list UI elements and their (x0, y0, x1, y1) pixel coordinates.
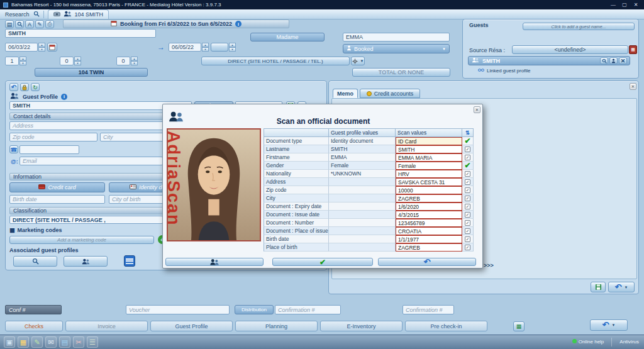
scan-value-cell[interactable]: HRV (396, 170, 462, 178)
scan-value-cell[interactable]: 1/1/1977 (396, 235, 462, 243)
cancel-button[interactable]: ↶ (378, 258, 476, 266)
scan-value-cell[interactable]: ID Card (396, 137, 462, 145)
scan-value-cell[interactable]: 123456789 (396, 219, 462, 227)
scan-value-cell[interactable]: Female (396, 162, 462, 170)
nav-tab-guest-profile[interactable]: Guest Profile (150, 321, 233, 331)
tab-memo[interactable]: Memo (333, 89, 358, 98)
adults-field[interactable]: 1 (5, 57, 19, 65)
panel-close-icon[interactable]: ✕ (630, 83, 636, 90)
back-button[interactable]: ↶ (9, 83, 18, 91)
notes-icon[interactable]: ✎ (31, 336, 43, 348)
confirmation-field[interactable]: Confirmation # (275, 305, 341, 314)
scan-value-cell[interactable]: ZAGREB (396, 194, 462, 202)
accept-button[interactable]: ✔ (272, 258, 373, 266)
minimize-button[interactable]: — (608, 1, 619, 8)
firstname-field[interactable]: EMMA (343, 33, 450, 42)
arrival-date-stepper[interactable]: ▲▼ (38, 43, 45, 52)
scan-accept-toggle[interactable]: ✓ (462, 186, 474, 194)
nav-tab-checks[interactable]: Checks (5, 321, 63, 331)
rate-options-button[interactable]: ▼ (351, 57, 365, 65)
window-icon[interactable]: ▣ (4, 336, 15, 348)
birth-date-field[interactable]: Birth date (9, 195, 105, 204)
menu-icon[interactable]: ☰ (87, 336, 98, 348)
room-tab[interactable]: 104 SMITH (48, 9, 109, 19)
associated-people-button[interactable] (64, 256, 108, 267)
refresh-button[interactable]: ↻ (31, 83, 40, 91)
info-icon[interactable]: i (235, 21, 242, 27)
total-button[interactable]: TOTAL OR NONE (352, 68, 450, 77)
scan-accept-toggle[interactable]: ✓ (462, 194, 474, 202)
scan-value-cell[interactable]: 10000 (396, 186, 462, 194)
scan-value-cell[interactable]: SMITH (396, 145, 462, 153)
info-icon[interactable]: i (61, 94, 67, 100)
guest-search-button[interactable] (600, 57, 608, 64)
status-dropdown[interactable]: Booked ▼ (343, 44, 450, 53)
tab-credit-accounts[interactable]: Credit accounts (360, 89, 420, 98)
children-field[interactable]: 0 (60, 57, 74, 65)
nav-tab-invoice[interactable]: Invoice (65, 321, 148, 331)
sync-all-button[interactable]: ⇅ (462, 128, 474, 137)
scan-value-cell[interactable]: CROATIA (396, 227, 462, 235)
arrival-time-field[interactable] (211, 43, 228, 52)
nav-tab-pre-check-in[interactable]: Pre check-in (405, 321, 487, 331)
calendar-icon[interactable]: ▦ (18, 336, 29, 348)
babies-field[interactable]: 0 (116, 57, 130, 65)
scan-accept-toggle[interactable]: ✔ (462, 137, 474, 145)
memo-undo-button[interactable]: ↶▼ (608, 282, 635, 292)
nav-tab-planning[interactable]: Planning (235, 321, 318, 331)
maximize-button[interactable]: ▢ (619, 1, 630, 8)
close-button[interactable]: ✕ (630, 1, 641, 8)
source-resa-dropdown[interactable]: <undefined> (512, 45, 628, 54)
search-booking-button[interactable] (15, 20, 24, 28)
online-help-item[interactable]: Online help (572, 339, 604, 345)
rescan-button[interactable] (165, 258, 264, 266)
quick-action-button[interactable]: ▦ (513, 321, 525, 331)
scan-accept-toggle[interactable]: ✓ (462, 145, 474, 153)
letter-button[interactable]: A (25, 20, 34, 28)
scan-value-cell[interactable]: 4/3/2015 (396, 211, 462, 219)
time-stepper[interactable]: ▲▼ (229, 43, 236, 52)
classification-value[interactable]: DIRECT (SITE HOTEL / PASSAGE , (9, 216, 163, 224)
scan-accept-toggle[interactable]: ✓ (462, 227, 474, 235)
scan-value-cell[interactable]: ZAGREB (396, 243, 462, 252)
civility-button[interactable]: Madame (250, 33, 325, 42)
room-button[interactable]: 104 TWIN (35, 68, 148, 77)
departure-date-field[interactable]: 06/05/22 (169, 43, 201, 52)
phone-icon[interactable]: ☎ (9, 145, 18, 153)
email-field[interactable]: Email (19, 157, 163, 165)
voucher-field[interactable]: Voucher (126, 305, 230, 314)
associated-search-button[interactable] (13, 256, 57, 267)
footer-undo-button[interactable]: ↶▼ (590, 319, 628, 331)
scan-accept-toggle[interactable]: ✓ (462, 178, 474, 186)
edit-button[interactable]: ✎ (35, 20, 44, 28)
antivirus-item[interactable]: Antivirus (619, 339, 639, 345)
scan-value-cell[interactable]: SAVSKA CESTA 31 (396, 178, 462, 186)
stats-icon[interactable]: ▤ (59, 336, 70, 348)
children-stepper[interactable]: ▲▼ (74, 57, 81, 65)
dialog-close-icon[interactable]: ✕ (474, 106, 480, 113)
guest-row[interactable]: SMITH ✕ (468, 56, 630, 65)
distribution-button[interactable]: Distribution (235, 305, 274, 314)
source-resa-action-button[interactable]: ▦ (629, 45, 637, 54)
scan-accept-toggle[interactable]: ✓ (462, 153, 474, 162)
calculator-button[interactable]: ▤ (5, 20, 14, 28)
cut-icon[interactable]: ✂ (73, 336, 84, 348)
arrival-date-field[interactable]: 06/03/22 (5, 43, 38, 52)
scan-accept-toggle[interactable]: ✓ (462, 219, 474, 227)
scan-value-cell[interactable]: EMMA MARIA (396, 153, 462, 162)
zip-field[interactable]: Zip code (9, 133, 97, 141)
booking-lastname-field[interactable]: SMITH (5, 29, 156, 38)
nav-tab-e-inventory[interactable]: E-Inventory (320, 321, 402, 331)
arrival-calendar-button[interactable] (47, 43, 57, 52)
print-button[interactable]: ⎙ (45, 20, 54, 28)
research-label[interactable]: Research (5, 11, 30, 18)
adults-stepper[interactable]: ▲▼ (19, 57, 26, 65)
memo-pager[interactable]: >>> (484, 262, 494, 269)
babies-stepper[interactable]: ▲▼ (131, 57, 138, 65)
scan-accept-toggle[interactable]: ✓ (462, 211, 474, 219)
credit-card-button[interactable]: Credit card (9, 182, 105, 192)
add-guest-button[interactable]: Click to add a guest name... (523, 23, 635, 30)
scan-value-cell[interactable]: 1/6/2020 (396, 202, 462, 211)
guest-profile-button[interactable] (609, 57, 618, 64)
scan-accept-toggle[interactable]: ✓ (462, 235, 474, 243)
